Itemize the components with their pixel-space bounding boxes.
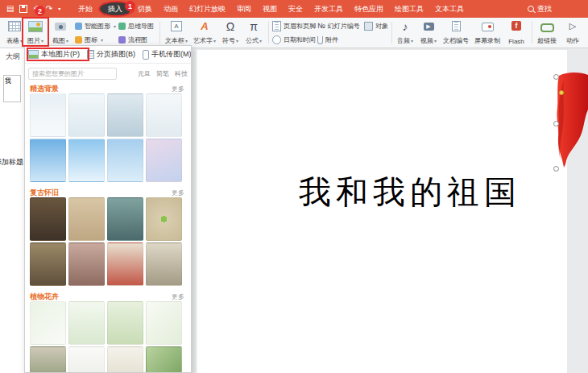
hyperlink-button[interactable]: 超链接 [535,19,559,45]
slide-thumbnail[interactable]: 我 [3,75,21,102]
tab-devtools[interactable]: 开发工具 [308,0,349,18]
dropdown-arrow-icon: ▾ [259,39,262,44]
tab-special-features[interactable]: 特色应用 [349,0,389,18]
flash-button[interactable]: f Flash [504,19,528,45]
image-thumbnail[interactable] [30,93,66,137]
image-thumbnail[interactable] [68,197,105,241]
object-icon [364,22,373,31]
screenshot-button[interactable]: 截图▾ [49,19,72,45]
save-icon[interactable] [19,5,27,13]
selection-handle[interactable] [553,166,559,172]
image-thumbnail[interactable] [68,93,105,137]
object-button[interactable]: 对象 [364,21,388,31]
tab-view[interactable]: 视图 [257,0,283,18]
doc-number-icon [452,21,461,31]
find-label: 查找 [537,4,552,15]
dropdown-arrow-icon: ▾ [101,37,103,43]
audio-button[interactable]: ♪ 音频▾ [395,19,416,45]
tab-review[interactable]: 审阅 [231,0,257,18]
tab-text-tools[interactable]: 文本工具 [429,0,470,18]
screen-record-button[interactable]: 屏幕录制 [473,19,502,45]
slide-title-text[interactable]: 我和我的祖国 [299,170,521,214]
mind-map-button[interactable]: 思维导图 [118,21,154,31]
image-thumbnail[interactable] [146,93,182,137]
tab-drawing-tools[interactable]: 绘图工具 [389,0,429,18]
image-thumbnail[interactable] [30,346,66,373]
adjust-handle[interactable] [559,90,564,95]
find-button[interactable]: 查找 [528,0,552,18]
image-thumbnail[interactable] [146,301,182,345]
icon-library-icon [75,36,82,44]
image-thumbnail[interactable] [107,242,143,286]
action-icon: ▷ [569,21,576,31]
tab-transition[interactable]: 切换 [132,0,158,18]
menu-icon[interactable]: ▤ [6,0,14,18]
tag-new-year[interactable]: 元旦 [138,69,151,78]
redo-icon[interactable]: ↷ [46,0,52,18]
textbox-button[interactable]: A 文本框▾ [164,19,189,45]
ribbon-separator [532,22,532,44]
smart-graphic-button[interactable]: 智能图形 ▾ [75,21,116,31]
tab-home[interactable]: 开始 [72,0,98,18]
tab-security[interactable]: 安全 [283,0,308,18]
tag-sketch[interactable]: 简笔 [156,69,169,78]
image-thumbnail[interactable] [68,139,105,182]
doc-number-button[interactable]: 文档编号 [441,19,470,45]
image-search-input[interactable] [28,68,117,80]
image-search-bar: 元旦 简笔 科技 [28,67,188,81]
quick-access-dropdown-icon[interactable]: ▾ [58,0,60,18]
smart-graphic-icon [75,23,82,30]
image-thumbnail[interactable] [107,93,143,137]
outline-tab-label[interactable]: 大纲 [0,48,24,62]
image-thumbnail[interactable] [68,346,105,373]
image-thumbnail[interactable] [107,346,143,373]
image-thumbnail[interactable] [107,139,143,182]
image-thumbnail[interactable] [30,301,66,345]
phone-transfer-menu-item[interactable]: 手机传图(M) [143,49,192,60]
more-link[interactable]: 更多 [172,189,184,197]
tag-technology[interactable]: 科技 [175,69,188,78]
formula-button[interactable]: π 公式▾ [243,19,264,45]
pi-formula-icon: π [250,21,258,32]
image-thumbnail[interactable] [68,242,105,286]
ribbon-separator [159,22,160,44]
ribbon-separator [391,22,392,44]
datetime-button[interactable]: 日期和时间 [272,35,316,45]
image-thumbnail[interactable] [107,301,143,345]
selection-handle[interactable] [553,121,559,126]
title-bar: ▤ ↶ ↷ ▾ 开始 插入 切换 动画 幻灯片放映 审阅 视图 安全 开发工具 … [0,0,588,18]
icon-library-button[interactable]: 图标 ▾ [75,35,103,45]
image-thumbnail[interactable] [146,139,182,182]
action-button[interactable]: ▷ 动作 [561,19,584,45]
dropdown-arrow-icon: ▾ [411,39,413,44]
image-thumbnail[interactable] [30,197,66,241]
slide-number-button[interactable]: № 幻灯片编号 [317,21,360,31]
selection-handle[interactable] [553,74,559,80]
wordart-button[interactable]: A 艺术字▾ [192,19,217,45]
screenshot-icon [55,23,66,31]
clock-icon [272,35,281,44]
tab-slideshow[interactable]: 幻灯片放映 [184,0,231,18]
paged-illustration-menu-item[interactable]: 分页插图(B) [87,49,135,60]
tab-animation[interactable]: 动画 [158,0,184,18]
symbol-button[interactable]: Ω 符号▾ [220,19,241,45]
image-thumbnail[interactable] [30,139,66,182]
image-thumbnail[interactable] [107,197,143,241]
image-thumbnail[interactable] [146,346,182,373]
red-flag-image[interactable] [556,73,588,172]
dropdown-arrow-icon: ▾ [213,39,216,44]
video-button[interactable]: ▶ 视频▾ [418,19,439,45]
image-thumbnail[interactable] [68,301,105,345]
header-footer-button[interactable]: 页眉和页脚 [272,21,316,31]
table-icon [8,21,21,31]
picture-dropdown-panel: 本地图片(P) 分页插图(B) 手机传图(M) 元旦 简笔 科技 精选背景 更多 [24,45,192,373]
more-link[interactable]: 更多 [172,292,184,301]
more-link[interactable]: 更多 [172,85,184,93]
image-thumbnail[interactable] [146,242,182,286]
hyperlink-icon [540,23,554,32]
image-thumbnail[interactable] [30,242,66,286]
attachment-button[interactable]: 附件 [317,35,338,45]
outline-clipped-text: 添加标题 [0,157,23,168]
image-thumbnail[interactable] [146,197,182,241]
flowchart-button[interactable]: 流程图 [118,35,147,45]
